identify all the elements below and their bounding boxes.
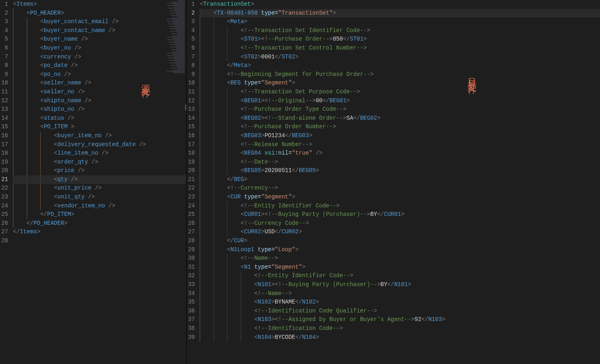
line-number[interactable]: 19 bbox=[0, 158, 8, 167]
line-number[interactable]: 22 bbox=[187, 184, 195, 193]
line-number[interactable]: 1 bbox=[0, 0, 8, 9]
line-number[interactable]: 18 bbox=[187, 149, 195, 158]
code-line[interactable]: <CUR01><!--Buying Party (Purchaser)-->BY… bbox=[200, 210, 600, 219]
line-number[interactable]: 28 bbox=[0, 237, 8, 246]
code-line[interactable]: <BEG02><!--Stand-alone Order-->SA</BEG02… bbox=[200, 114, 600, 123]
code-line[interactable]: <shipto_no /> bbox=[13, 105, 186, 114]
code-line[interactable]: <order_qty /> bbox=[13, 158, 186, 167]
code-line[interactable]: <!--Release Number--> bbox=[200, 140, 600, 149]
line-number[interactable]: 27 bbox=[0, 228, 8, 237]
line-number[interactable]: 18 bbox=[0, 149, 8, 158]
code-line[interactable]: <buyer_item_no /> bbox=[13, 131, 186, 140]
code-line[interactable]: <N102>BYNAME</N102> bbox=[200, 298, 600, 307]
code-line[interactable]: <BEG01><!--Original-->00</BEG01> bbox=[200, 97, 600, 106]
code-line[interactable]: <BEG04 xsi:nil="true" /> bbox=[200, 149, 600, 158]
line-number[interactable]: 30 bbox=[187, 254, 195, 263]
line-number[interactable]: 35 bbox=[187, 298, 195, 307]
code-line[interactable]: <seller_no /> bbox=[13, 88, 186, 97]
line-number[interactable]: 20 bbox=[0, 166, 8, 175]
line-number[interactable]: 7 bbox=[0, 53, 8, 62]
code-line[interactable]: <currency /> bbox=[13, 53, 186, 62]
code-line[interactable]: </PO_HEADER> bbox=[13, 219, 186, 228]
line-number[interactable]: 33 bbox=[187, 280, 195, 289]
code-line[interactable]: <!--Name--> bbox=[200, 289, 600, 298]
code-line[interactable]: <CUR type="Segment"> bbox=[200, 193, 600, 202]
line-number[interactable]: 34 bbox=[187, 289, 195, 298]
line-number[interactable]: 38 bbox=[187, 324, 195, 333]
line-number[interactable]: 17 bbox=[0, 140, 8, 149]
left-code[interactable]: <Items> <PO_HEADER> <buyer_contact_email… bbox=[13, 0, 186, 246]
line-number[interactable]: 39 bbox=[187, 333, 195, 342]
line-number[interactable]: 21 bbox=[187, 175, 195, 184]
line-number[interactable]: 8 bbox=[0, 61, 8, 70]
code-line[interactable]: <!--Beginning Segment for Purchase Order… bbox=[200, 70, 600, 79]
line-number[interactable]: 1 bbox=[187, 0, 195, 9]
target-pane[interactable]: 1234567891011121314151617181920212223242… bbox=[187, 0, 600, 364]
line-number[interactable]: 14 bbox=[187, 114, 195, 123]
line-number[interactable]: 20 bbox=[187, 166, 195, 175]
line-number[interactable]: 10 bbox=[187, 79, 195, 88]
line-number[interactable]: 14 bbox=[0, 114, 8, 123]
right-code[interactable]: <TransactionSet> <TX-00401-850 type="Tra… bbox=[200, 0, 600, 342]
code-line[interactable]: <!--Entity Identifier Code--> bbox=[200, 271, 600, 280]
code-line[interactable]: <!--Currency Code--> bbox=[200, 219, 600, 228]
code-line[interactable] bbox=[13, 237, 186, 246]
code-line[interactable]: <N103><!--Assigned by Buyer or Buyer's A… bbox=[200, 315, 600, 324]
code-line[interactable]: <!--Purchase Order Type Code--> bbox=[200, 105, 600, 114]
code-line[interactable]: <buyer_contact_email /> bbox=[13, 17, 186, 26]
line-number[interactable]: 23 bbox=[187, 193, 195, 202]
line-number[interactable]: 16 bbox=[187, 131, 195, 140]
line-number[interactable]: 32 bbox=[187, 271, 195, 280]
code-line[interactable]: <BEG type="Segment"> bbox=[200, 79, 600, 88]
code-line[interactable]: <po_no /> bbox=[13, 70, 186, 79]
code-line[interactable]: <buyer_no /> bbox=[13, 44, 186, 53]
line-number[interactable]: 12 bbox=[187, 97, 195, 106]
code-line[interactable]: <!--Name--> bbox=[200, 254, 600, 263]
line-number[interactable]: 3 bbox=[187, 17, 195, 26]
code-line[interactable]: <PO_HEADER> bbox=[13, 9, 186, 18]
line-number[interactable]: 10 bbox=[0, 79, 8, 88]
line-number[interactable]: 12 bbox=[0, 97, 8, 106]
code-line[interactable]: <po_date /> bbox=[13, 61, 186, 70]
code-line[interactable]: <buyer_name /> bbox=[13, 35, 186, 44]
code-line[interactable]: <unit_qty /> bbox=[13, 193, 186, 202]
code-line[interactable]: <ST01><!--Purchase Order-->850</ST01> bbox=[200, 35, 600, 44]
code-line[interactable]: <PO_ITEM > bbox=[13, 123, 186, 131]
code-line[interactable]: <!--Transaction Set Identifier Code--> bbox=[200, 26, 600, 35]
line-number[interactable]: 6 bbox=[0, 44, 8, 53]
code-line[interactable]: <vendor_item_no /> bbox=[13, 202, 186, 211]
code-line[interactable]: </Items> bbox=[13, 228, 186, 237]
code-line[interactable]: <!--Purchase Order Number--> bbox=[200, 123, 600, 131]
line-number[interactable]: 25 bbox=[0, 210, 8, 219]
line-number[interactable]: 6 bbox=[187, 44, 195, 53]
code-line[interactable]: <TX-00401-850 type="TransactionSet"> bbox=[200, 9, 600, 18]
line-number[interactable]: 23 bbox=[0, 193, 8, 202]
code-line[interactable]: </CUR> bbox=[200, 237, 600, 246]
code-line[interactable]: <shipto_name /> bbox=[13, 97, 186, 106]
line-number[interactable]: 3 bbox=[0, 17, 8, 26]
line-number[interactable]: 7 bbox=[187, 53, 195, 62]
line-number[interactable]: 4 bbox=[0, 26, 8, 35]
line-number[interactable]: 29 bbox=[187, 246, 195, 254]
line-number[interactable]: 9 bbox=[0, 70, 8, 79]
line-number[interactable]: 2 bbox=[187, 9, 195, 18]
code-line[interactable]: <delivery_requested_date /> bbox=[13, 140, 186, 149]
line-number[interactable]: 5 bbox=[187, 35, 195, 44]
line-number[interactable]: 19 bbox=[187, 158, 195, 167]
code-line[interactable]: <!--Currency--> bbox=[200, 184, 600, 193]
line-number[interactable]: 13 bbox=[187, 105, 195, 114]
line-number[interactable]: 28 bbox=[187, 237, 195, 246]
code-line[interactable]: <N1Loop1 type="Loop"> bbox=[200, 246, 600, 254]
code-line[interactable]: <N101><!--Buying Party (Purchaser)-->BY<… bbox=[200, 280, 600, 289]
code-line[interactable]: <!--Identification Code--> bbox=[200, 324, 600, 333]
code-line[interactable]: <status /> bbox=[13, 114, 186, 123]
line-number[interactable]: 26 bbox=[0, 219, 8, 228]
code-line[interactable]: <unit_price /> bbox=[13, 184, 186, 193]
line-number[interactable]: 24 bbox=[0, 202, 8, 211]
line-number[interactable]: 31 bbox=[187, 263, 195, 272]
code-line[interactable]: <!--Transaction Set Purpose Code--> bbox=[200, 88, 600, 97]
line-number[interactable]: 13 bbox=[0, 105, 8, 114]
code-line[interactable]: <N104>BYCODE</N104> bbox=[200, 333, 600, 342]
code-line[interactable]: <Items> bbox=[13, 0, 186, 9]
line-number[interactable]: 22 bbox=[0, 184, 8, 193]
